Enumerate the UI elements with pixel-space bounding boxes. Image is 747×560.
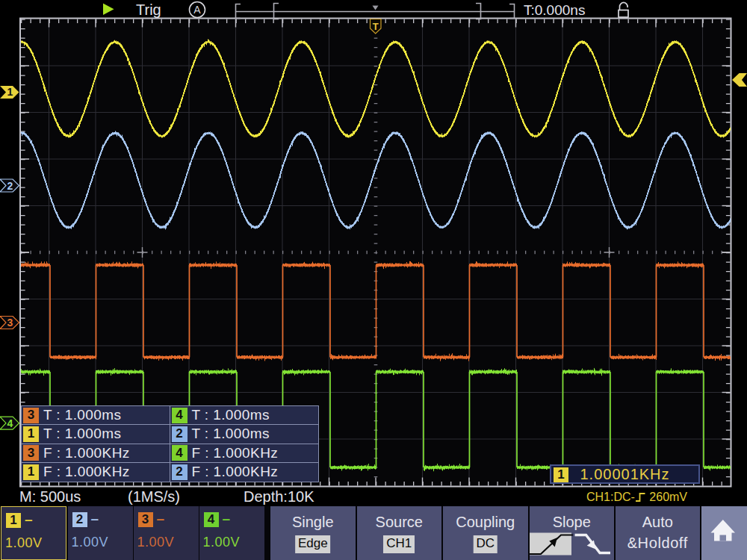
svg-text:A: A [193, 4, 201, 16]
svg-text:4: 4 [7, 417, 13, 429]
svg-text:3: 3 [7, 317, 13, 329]
svg-text:2: 2 [7, 180, 13, 192]
svg-text:1: 1 [7, 86, 13, 98]
svg-text:T: T [373, 21, 379, 32]
